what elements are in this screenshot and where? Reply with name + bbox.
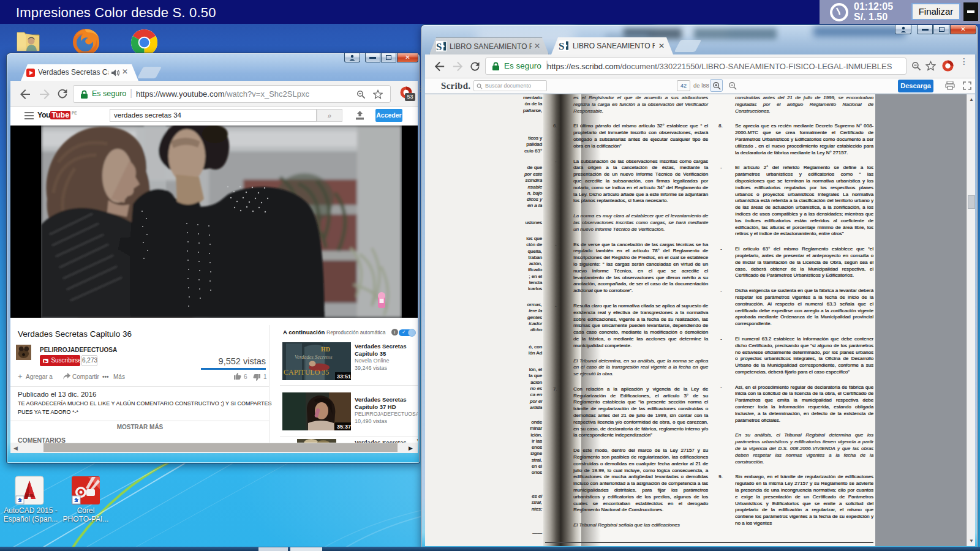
svg-text:33:51: 33:51 xyxy=(337,373,351,380)
svg-text:S: S xyxy=(559,40,564,51)
svg-text:35:37: 35:37 xyxy=(337,424,351,430)
svg-text:Verdades Secretos: Verdades Secretos xyxy=(295,354,333,360)
svg-text:S: S xyxy=(436,41,442,51)
svg-text:CAPITULO 35: CAPITULO 35 xyxy=(284,368,329,377)
svg-text:HD: HD xyxy=(321,346,330,353)
